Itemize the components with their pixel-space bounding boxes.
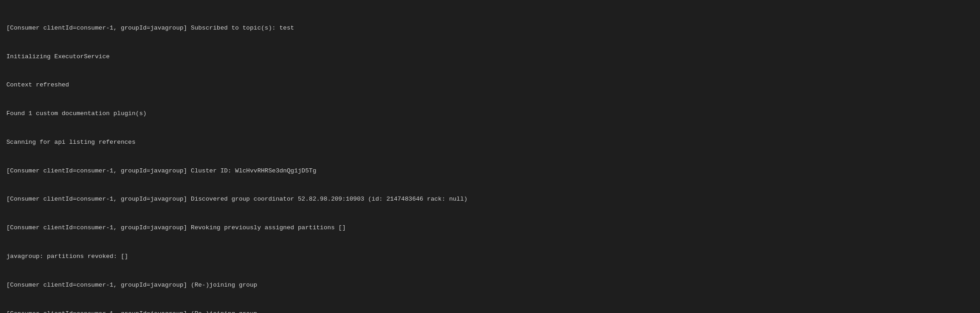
log-line-9: javagroup: partitions revoked: [] xyxy=(6,252,974,262)
log-line-2: Initializing ExecutorService xyxy=(6,52,974,62)
log-line-4: Found 1 custom documentation plugin(s) xyxy=(6,109,974,119)
log-output: [Consumer clientId=consumer-1, groupId=j… xyxy=(6,5,974,313)
log-line-10: [Consumer clientId=consumer-1, groupId=j… xyxy=(6,281,974,290)
log-line-7: [Consumer clientId=consumer-1, groupId=j… xyxy=(6,195,974,204)
log-line-11: [Consumer clientId=consumer-1, groupId=j… xyxy=(6,309,974,313)
log-line-6: [Consumer clientId=consumer-1, groupId=j… xyxy=(6,167,974,176)
log-line-5: Scanning for api listing references xyxy=(6,138,974,147)
log-line-8: [Consumer clientId=consumer-1, groupId=j… xyxy=(6,223,974,233)
log-line-1: [Consumer clientId=consumer-1, groupId=j… xyxy=(6,24,974,33)
log-line-3: Context refreshed xyxy=(6,81,974,90)
